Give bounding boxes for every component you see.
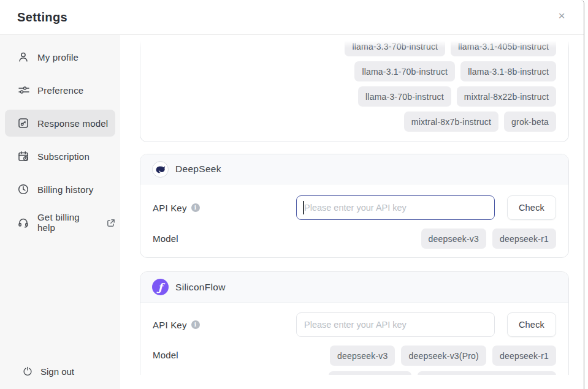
calendar-clock-icon — [17, 150, 29, 162]
provider-header: DeepSeek — [140, 154, 568, 184]
scroll-area[interactable]: llama-3.3-70b-instruct llama-3.1-405b-in… — [120, 35, 584, 375]
clock-icon — [17, 183, 29, 195]
settings-content: llama-3.3-70b-instruct llama-3.1-405b-in… — [120, 35, 584, 389]
model-label: Model — [153, 350, 178, 360]
model-chip[interactable]: deepseek-r1 — [492, 346, 556, 366]
siliconflow-logo-icon: ƒ — [152, 279, 169, 295]
power-icon — [22, 366, 33, 377]
sign-out-label: Sign out — [40, 366, 74, 377]
sidebar-item-billing-history[interactable]: Billing history — [5, 176, 115, 203]
info-icon[interactable]: i — [191, 320, 200, 329]
api-key-row: API Key i Check — [153, 312, 556, 337]
model-chip[interactable]: mixtral-8x7b-instruct — [404, 111, 498, 132]
sidebar-item-label: Response model — [37, 118, 108, 129]
provider-name: DeepSeek — [175, 164, 221, 175]
model-chip[interactable]: llama-3.1-405b-instruct — [451, 36, 556, 56]
sidebar-item-label: My profile — [37, 52, 78, 62]
sidebar-item-label: Billing history — [37, 184, 93, 195]
dialog-header: Settings × — [0, 0, 584, 35]
check-button[interactable]: Check — [507, 312, 556, 337]
model-chip[interactable]: deepseek-v3 — [421, 228, 486, 249]
sliders-icon — [17, 84, 29, 96]
provider-card-deepseek: DeepSeek API Key i — [140, 154, 569, 258]
model-chip[interactable]: deepseek-v3(Pro) — [401, 346, 486, 366]
model-chip[interactable]: mixtral-8x22b-instruct — [457, 86, 556, 107]
sidebar-item-label: Get billing help — [37, 212, 96, 233]
provider-card-siliconflow: ƒ SiliconFlow API Key i — [140, 271, 569, 375]
sidebar-item-label: Subscription — [37, 151, 90, 162]
api-key-input[interactable] — [296, 195, 495, 220]
model-chip[interactable]: deepseek-v3 — [330, 346, 395, 366]
settings-dialog: Settings × My profile Preference Respons… — [0, 0, 584, 389]
sidebar-item-preference[interactable]: Preference — [5, 77, 115, 104]
model-row: Model deepseek-v3 deepseek-v3(Pro) deeps… — [153, 346, 556, 375]
api-key-label: API Key i — [153, 203, 200, 213]
info-icon[interactable]: i — [191, 203, 200, 212]
user-icon — [17, 51, 29, 63]
model-row: Model deepseek-v3 deepseek-r1 — [153, 228, 556, 249]
close-icon[interactable]: × — [554, 9, 569, 23]
model-chip[interactable]: llama-3.3-70b-instruct — [345, 36, 445, 56]
sidebar-item-get-billing-help[interactable]: Get billing help — [5, 209, 115, 236]
text-caret — [303, 201, 304, 214]
model-chip[interactable]: llama-3.1-8b-instruct — [460, 61, 556, 81]
model-chip[interactable]: llama-3.1-70b-instruct — [354, 61, 455, 81]
api-key-label: API Key i — [153, 320, 200, 330]
sidebar-item-label: Preference — [37, 85, 83, 96]
provider-card-clipped: llama-3.3-70b-instruct llama-3.1-405b-in… — [140, 35, 569, 142]
model-chip[interactable]: grok-beta — [504, 111, 556, 132]
model-label: Model — [153, 233, 178, 244]
sidebar-item-my-profile[interactable]: My profile — [5, 43, 115, 70]
dialog-title: Settings — [17, 10, 67, 25]
model-chip-clipped[interactable] — [329, 371, 411, 375]
sign-out-button[interactable]: Sign out — [5, 358, 115, 385]
key-square-icon — [17, 117, 29, 129]
api-key-input[interactable] — [296, 312, 495, 337]
provider-name: SiliconFlow — [175, 282, 226, 293]
sidebar: My profile Preference Response model Sub… — [0, 35, 120, 389]
model-chip[interactable]: llama-3-70b-instruct — [358, 86, 451, 107]
check-button[interactable]: Check — [507, 195, 556, 220]
api-key-row: API Key i Check — [153, 195, 556, 220]
model-chip-clipped[interactable] — [418, 371, 556, 375]
headset-icon — [17, 216, 29, 228]
provider-header: ƒ SiliconFlow — [140, 272, 568, 303]
sidebar-item-response-model[interactable]: Response model — [5, 110, 115, 137]
sidebar-item-subscription[interactable]: Subscription — [5, 143, 115, 170]
model-chip[interactable]: deepseek-r1 — [492, 228, 556, 249]
deepseek-logo-icon — [152, 161, 169, 178]
external-link-icon — [107, 219, 115, 227]
